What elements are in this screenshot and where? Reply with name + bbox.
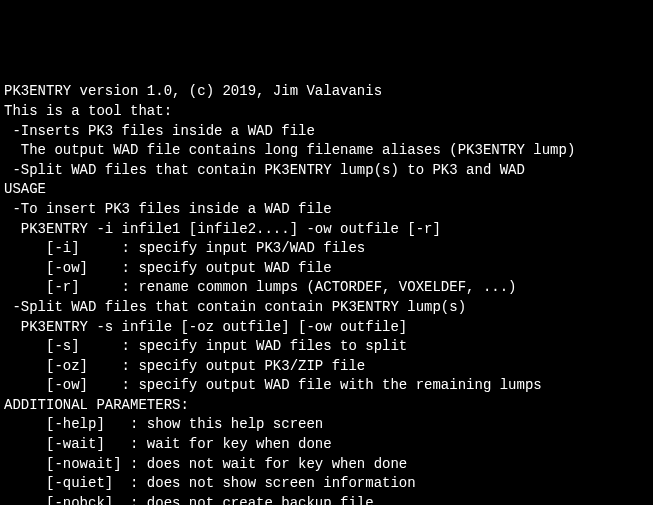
option-line: [-i] : specify input PK3/WAD files xyxy=(4,239,649,259)
description-line: The output WAD file contains long filena… xyxy=(4,141,649,161)
option-line: [-nobck] : does not create backup file xyxy=(4,494,649,505)
option-line: [-help] : show this help screen xyxy=(4,415,649,435)
option-line: [-quiet] : does not show screen informat… xyxy=(4,474,649,494)
usage-line: PK3ENTRY -s infile [-oz outfile] [-ow ou… xyxy=(4,318,649,338)
header-line: PK3ENTRY version 1.0, (c) 2019, Jim Vala… xyxy=(4,82,649,102)
option-line: [-ow] : specify output WAD file xyxy=(4,259,649,279)
option-line: [-r] : rename common lumps (ACTORDEF, VO… xyxy=(4,278,649,298)
section-header: ADDITIONAL PARAMETERS: xyxy=(4,396,649,416)
option-line: [-nowait] : does not wait for key when d… xyxy=(4,455,649,475)
terminal-output: PK3ENTRY version 1.0, (c) 2019, Jim Vala… xyxy=(4,82,649,505)
option-line: [-s] : specify input WAD files to split xyxy=(4,337,649,357)
usage-line: -To insert PK3 files inside a WAD file xyxy=(4,200,649,220)
section-header: USAGE xyxy=(4,180,649,200)
description-line: -Split WAD files that contain PK3ENTRY l… xyxy=(4,161,649,181)
description-line: -Inserts PK3 files inside a WAD file xyxy=(4,122,649,142)
option-line: [-oz] : specify output PK3/ZIP file xyxy=(4,357,649,377)
option-line: [-wait] : wait for key when done xyxy=(4,435,649,455)
usage-line: -Split WAD files that contain contain PK… xyxy=(4,298,649,318)
usage-line: PK3ENTRY -i infile1 [infile2....] -ow ou… xyxy=(4,220,649,240)
option-line: [-ow] : specify output WAD file with the… xyxy=(4,376,649,396)
description-line: This is a tool that: xyxy=(4,102,649,122)
